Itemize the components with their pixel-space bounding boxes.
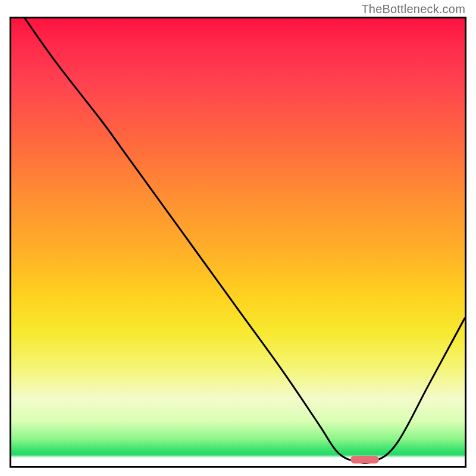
curve-layer — [11, 18, 465, 466]
plot-area — [10, 17, 466, 468]
watermark-text: TheBottleneck.com — [361, 2, 465, 16]
figure-root: TheBottleneck.com — [0, 0, 476, 476]
optimal-range-marker — [350, 456, 379, 464]
bottleneck-curve — [25, 18, 465, 464]
